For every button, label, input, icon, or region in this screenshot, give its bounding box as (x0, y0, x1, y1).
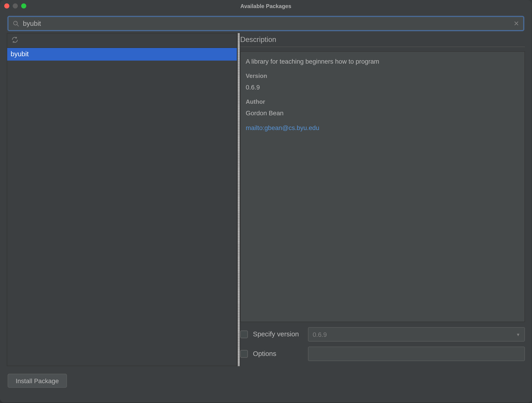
close-window-button[interactable] (4, 3, 9, 8)
splitter-handle[interactable] (237, 33, 240, 366)
search-box[interactable]: ✕ (8, 16, 524, 31)
refresh-icon[interactable] (12, 36, 18, 45)
specify-version-label: Specify version (253, 331, 303, 338)
options-input[interactable] (308, 346, 525, 361)
chevron-down-icon: ▼ (516, 332, 520, 337)
search-row: ✕ (0, 12, 532, 33)
author-value: Gordon Bean (246, 109, 519, 116)
version-select[interactable]: 0.6.9 ▼ (308, 327, 525, 341)
titlebar: Available Packages (0, 0, 532, 12)
description-body: A library for teaching beginners how to … (240, 51, 525, 322)
version-label: Version (246, 72, 519, 79)
window-title: Available Packages (0, 3, 532, 9)
svg-line-1 (17, 25, 19, 26)
main-content: byubit Description A library for teachin… (0, 33, 532, 366)
options-row: Options (240, 346, 525, 361)
footer: Install Package (0, 366, 532, 395)
package-list[interactable]: byubit (7, 48, 237, 366)
maximize-window-button[interactable] (21, 3, 26, 8)
traffic-lights (0, 3, 26, 8)
install-package-button[interactable]: Install Package (8, 374, 67, 388)
specify-version-checkbox[interactable] (240, 331, 248, 338)
search-icon (13, 20, 19, 27)
svg-point-0 (14, 21, 18, 25)
options-checkbox[interactable] (240, 350, 248, 358)
description-header: Description (240, 33, 525, 47)
package-item-byubit[interactable]: byubit (7, 48, 237, 61)
package-summary: A library for teaching beginners how to … (246, 58, 519, 65)
version-value: 0.6.9 (246, 83, 519, 91)
clear-search-icon[interactable]: ✕ (513, 19, 519, 28)
options-label: Options (253, 350, 303, 358)
author-email-link[interactable]: mailto:gbean@cs.byu.edu (246, 124, 519, 131)
available-packages-window: Available Packages ✕ (0, 0, 532, 403)
search-input[interactable] (23, 19, 513, 27)
author-label: Author (246, 98, 519, 105)
package-list-pane: byubit (7, 33, 237, 366)
options-area: Specify version 0.6.9 ▼ Options (240, 322, 525, 366)
minimize-window-button[interactable] (13, 3, 18, 8)
version-select-value: 0.6.9 (313, 331, 327, 338)
list-toolbar (7, 33, 237, 48)
specify-version-row: Specify version 0.6.9 ▼ (240, 327, 525, 341)
detail-pane: Description A library for teaching begin… (240, 33, 525, 366)
